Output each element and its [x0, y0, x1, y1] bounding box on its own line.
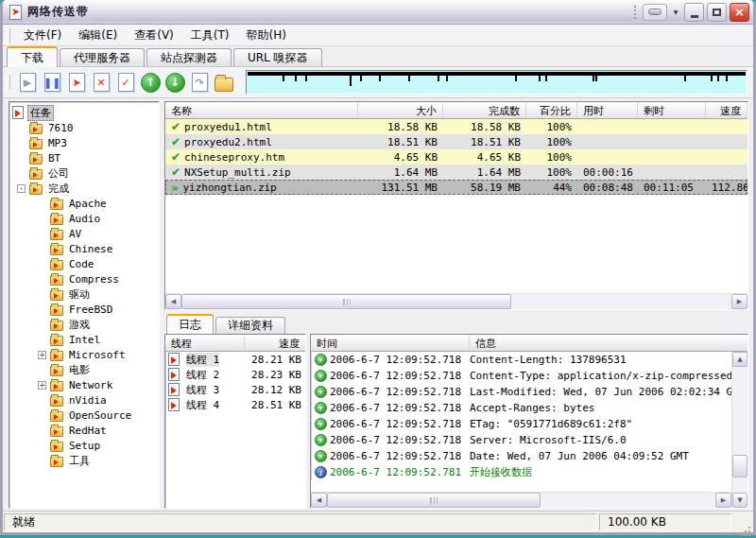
scroll-thumb[interactable]	[181, 294, 511, 309]
workspace: 任务 7610 MP3 BT 公司 -完成 Apache Audio AV Ch…	[3, 98, 753, 511]
tree-item[interactable]: RedHat	[12, 423, 159, 438]
menu-help[interactable]: 帮助(H)	[238, 26, 295, 45]
log-vscrollbar[interactable]: ▲ ▼	[731, 352, 747, 508]
log-hscrollbar[interactable]: ◀ ▶	[311, 492, 731, 508]
tree-item[interactable]: Chinese	[12, 241, 159, 256]
col-time[interactable]: 时间	[311, 335, 470, 351]
log-row[interactable]: ▼2006-6-7 12:09:52.718Accept-Ranges: byt…	[311, 400, 731, 416]
expand-icon[interactable]: +	[38, 381, 46, 390]
log-row-highlight[interactable]: i2006-6-7 12:09:52.781开始接收数据	[311, 464, 731, 480]
tree-item[interactable]: BT	[12, 150, 159, 165]
menu-edit[interactable]: 编辑(E)	[70, 26, 126, 45]
tree-item[interactable]: 电影	[12, 362, 159, 377]
tab-site-explorer[interactable]: 站点探测器	[146, 48, 232, 66]
col-done[interactable]: 完成数	[443, 102, 526, 118]
chevron-down-icon[interactable]: ▼	[670, 4, 681, 21]
scroll-thumb[interactable]	[732, 455, 747, 477]
scroll-left-icon[interactable]: ◀	[311, 493, 327, 508]
tree-item[interactable]: 公司	[12, 165, 159, 181]
scroll-right-icon[interactable]: ▶	[715, 493, 731, 508]
download-list-hscrollbar[interactable]: ◀ ▶	[165, 293, 747, 309]
menubar-gripper[interactable]	[7, 27, 10, 43]
tree-item-expanded[interactable]: -完成	[12, 181, 159, 196]
tree-item[interactable]: 游戏	[12, 317, 159, 332]
tree-item-collapsed[interactable]: +Network	[12, 377, 159, 392]
col-remaining[interactable]: 剩时	[638, 102, 706, 118]
log-row[interactable]: ▼2006-6-7 12:09:52.718ETag: "0591771d689…	[311, 416, 731, 432]
new-task-button[interactable]: ▶	[15, 70, 40, 95]
thread-row[interactable]: 线程 1 28.21 KB	[165, 352, 305, 367]
tree-item[interactable]: 7610	[12, 120, 159, 135]
scroll-down-icon[interactable]: ▼	[732, 493, 747, 508]
expand-icon[interactable]: +	[38, 351, 46, 359]
open-folder-button[interactable]	[212, 70, 236, 95]
toolbar-gripper[interactable]	[7, 75, 10, 90]
tree-item[interactable]: 驱动	[12, 286, 159, 302]
log-row[interactable]: ▼2006-6-7 12:09:52.718Content-Type: appl…	[311, 368, 731, 384]
scroll-left-icon[interactable]: ◀	[165, 294, 181, 309]
tree-item-collapsed[interactable]: +Microsoft	[12, 347, 159, 362]
download-row-selected[interactable]: »yizhongtian.zip 131.51 MB 58.19 MB 44% …	[165, 180, 747, 195]
move-down-button[interactable]: ↓	[163, 70, 187, 95]
log-row[interactable]: ▼2006-6-7 12:09:52.718Content-Length: 13…	[311, 352, 731, 368]
col-thread-speed[interactable]: 速度	[245, 335, 305, 351]
delete-button[interactable]: ✕	[89, 70, 113, 95]
log-message: Content-Length: 137896531	[470, 354, 731, 366]
thread-row[interactable]: 线程 3 28.12 KB	[165, 382, 305, 397]
tab-url-sniffer[interactable]: URL 嗅探器	[233, 48, 322, 66]
tree-item[interactable]: Setup	[12, 438, 159, 453]
menu-tools[interactable]: 工具(T)	[182, 26, 238, 45]
tree-item[interactable]: OpenSource	[12, 408, 159, 423]
verify-button[interactable]: ✓	[113, 70, 138, 95]
tab-details[interactable]: 详细资料	[215, 317, 285, 334]
minimize-button[interactable]	[684, 3, 704, 22]
tree-item[interactable]: MP3	[12, 135, 159, 150]
log-row[interactable]: ▼2006-6-7 12:09:52.718Date: Wed, 07 Jun …	[311, 448, 731, 464]
float-tool-button[interactable]	[643, 4, 667, 21]
col-elapsed[interactable]: 用时	[577, 102, 638, 118]
thread-row[interactable]: 线程 2 28.23 KB	[165, 367, 305, 382]
menu-file[interactable]: 文件(F)	[15, 26, 70, 45]
tree-item[interactable]: Compress	[12, 271, 159, 286]
titlebar-drag-handle-icon[interactable]	[633, 4, 638, 21]
download-row[interactable]: ✔NXSetup_multi.zip 1.64 MB 1.64 MB 100% …	[165, 165, 747, 180]
tree-item[interactable]: AV	[12, 226, 159, 241]
scroll-up-icon[interactable]: ▲	[732, 352, 747, 367]
download-row[interactable]: ✔proxyedu2.html 18.51 KB 18.51 KB 100%	[165, 134, 747, 149]
col-size[interactable]: 大小	[358, 102, 443, 118]
tab-log[interactable]: 日志	[166, 314, 214, 334]
log-row[interactable]: ▼2006-6-7 12:09:52.718Last-Modified: Wed…	[311, 384, 731, 400]
log-row[interactable]: ▼2006-6-7 12:09:52.718Server: Microsoft-…	[311, 432, 731, 448]
download-row[interactable]: ✔proxyedu1.html 18.58 KB 18.58 KB 100%	[165, 119, 747, 134]
menu-view[interactable]: 查看(V)	[126, 26, 182, 45]
tab-download[interactable]: 下载	[7, 46, 58, 67]
col-message[interactable]: 信息	[470, 335, 747, 351]
close-button[interactable]: ×	[730, 3, 749, 22]
pause-button[interactable]: ❚❚	[40, 70, 64, 95]
open-file-button[interactable]: ↷	[187, 70, 212, 95]
col-thread[interactable]: 线程	[165, 335, 245, 351]
tree-item[interactable]: Code	[12, 256, 159, 271]
tree-item[interactable]: Intel	[12, 332, 159, 347]
task-icon	[12, 106, 24, 119]
tree-item[interactable]: Audio	[12, 211, 159, 226]
download-row[interactable]: ✔chineseproxy.htm 4.65 KB 4.65 KB 100%	[165, 149, 747, 165]
resize-grip[interactable]	[732, 513, 753, 531]
scroll-right-icon[interactable]: ▶	[731, 294, 747, 309]
restore-button[interactable]	[707, 3, 727, 22]
tree-item[interactable]: FreeBSD	[12, 302, 159, 317]
col-name[interactable]: 名称	[165, 102, 358, 118]
thread-row[interactable]: 线程 4 28.51 KB	[165, 397, 305, 412]
col-percent[interactable]: 百分比	[526, 102, 577, 118]
tree-item[interactable]: Apache	[12, 196, 159, 211]
move-up-button[interactable]: ↑	[138, 70, 163, 95]
tree-item[interactable]: 工具	[12, 453, 159, 468]
file-done: 18.51 KB	[443, 136, 526, 148]
tree-item[interactable]: nVidia	[12, 392, 159, 408]
scroll-thumb[interactable]	[327, 493, 541, 508]
tab-proxy-server[interactable]: 代理服务器	[60, 48, 145, 66]
collapse-icon[interactable]: -	[17, 184, 26, 193]
start-button[interactable]: ➤	[64, 70, 89, 95]
col-speed[interactable]: 速度	[706, 102, 747, 118]
tree-root[interactable]: 任务	[12, 105, 159, 120]
